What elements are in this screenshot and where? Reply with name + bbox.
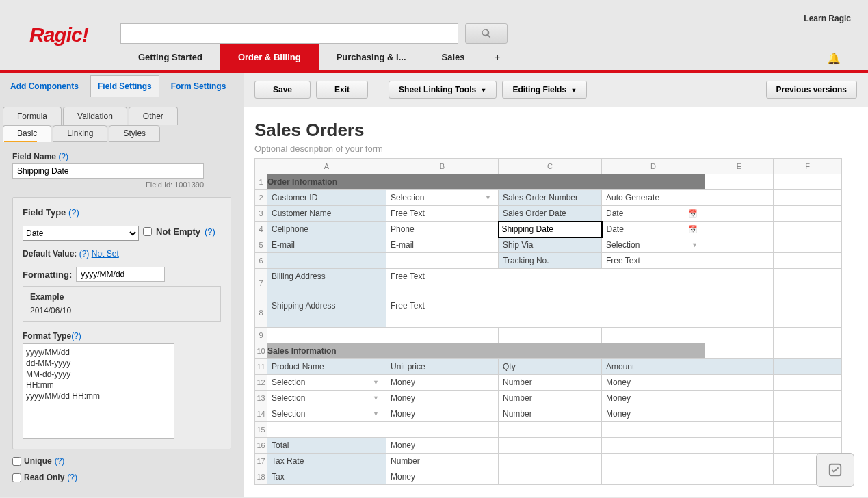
sidetab-validation[interactable]: Validation [63,107,127,125]
shipping-date-cell-input[interactable] [499,223,601,235]
logo: Ragic! [29,23,88,47]
format-type-list[interactable]: yyyy/MM/dd dd-MM-yyyy MM-dd-yyyy HH:mm y… [23,343,174,439]
learn-ragic-link[interactable]: Learn Ragic [804,14,851,23]
calendar-icon: 📅 [688,225,700,234]
help-icon[interactable]: (?) [205,226,215,237]
notifications-icon[interactable]: 🔔 [827,52,841,65]
editing-cell[interactable] [499,222,602,237]
formatting-input[interactable] [76,267,165,282]
search-button[interactable] [465,23,508,44]
field-name-input[interactable] [12,163,204,179]
sidetab-add-components[interactable]: Add Components [3,75,86,97]
default-notset-link[interactable]: Not Set [92,249,119,259]
section-sales-info[interactable]: Sales Information [267,343,705,359]
help-icon[interactable]: (?) [58,152,68,161]
help-icon[interactable]: (?) [71,331,81,341]
tab-sales[interactable]: Sales [424,44,483,70]
not-empty-checkbox[interactable] [143,227,152,236]
sidetab-basic[interactable]: Basic [3,125,51,142]
sidetab-styles[interactable]: Styles [109,125,160,142]
not-empty-label: Not Empty [156,226,200,237]
help-icon[interactable]: (?) [79,249,90,259]
example-value: 2014/06/10 [30,306,213,315]
field-name-label: Field Name [12,152,56,161]
section-order-info[interactable]: Order Information [267,174,705,190]
exit-button[interactable]: Exit [316,81,368,99]
save-button[interactable]: Save [254,81,311,99]
tab-order-billing[interactable]: Order & Billing [220,44,319,70]
field-id-label: Field Id: 1001390 [12,181,204,189]
readonly-checkbox[interactable] [12,473,21,482]
unique-checkbox[interactable] [12,457,21,466]
sidetab-linking[interactable]: Linking [53,125,107,142]
form-title[interactable]: Sales Orders [254,120,868,141]
search-input[interactable] [120,23,458,44]
formatting-label: Formatting: [23,270,72,280]
example-label: Example [30,292,213,302]
help-icon[interactable]: (?) [68,207,79,218]
form-description[interactable]: Optional description of your form [254,144,868,154]
sidetab-form-settings[interactable]: Form Settings [163,75,234,97]
add-tab-button[interactable]: + [482,44,512,70]
readonly-label: Read Only [24,473,64,482]
editing-fields-button[interactable]: Editing Fields ▼ [502,81,587,99]
tab-getting-started[interactable]: Getting Started [120,44,220,70]
search-icon [482,29,491,38]
sheet-linking-button[interactable]: Sheet Linking Tools ▼ [389,81,497,99]
default-value-label: Default Value: [23,249,77,259]
main-tabs: Getting Started Order & Billing Purchasi… [120,44,512,70]
help-icon[interactable]: (?) [67,473,77,482]
field-type-select[interactable]: Date [23,226,139,241]
format-type-label: Format Type [23,331,71,341]
design-grid[interactable]: ABCDEF 1Order Information 2Customer IDSe… [254,158,842,485]
sidetab-other[interactable]: Other [129,107,178,125]
tab-purchasing[interactable]: Purchasing & I... [319,44,424,70]
calendar-icon: 📅 [688,209,700,218]
unique-label: Unique [24,456,52,466]
sidetab-formula[interactable]: Formula [3,107,62,125]
field-type-label: Field Type [23,207,66,218]
previous-versions-button[interactable]: Previous versions [766,81,857,99]
apply-button[interactable] [816,453,854,487]
sidetab-field-settings[interactable]: Field Settings [90,75,159,97]
help-icon[interactable]: (?) [55,456,65,466]
